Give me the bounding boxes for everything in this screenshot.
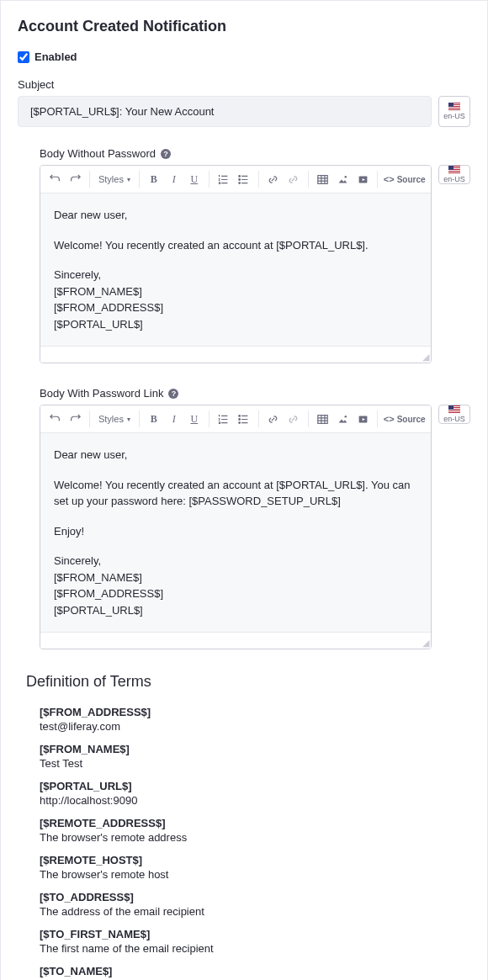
chevron-down-icon: ▾ — [127, 176, 130, 183]
resize-handle[interactable]: ◢ — [421, 352, 429, 361]
italic-button[interactable]: I — [165, 409, 183, 429]
svg-point-10 — [345, 416, 347, 417]
svg-point-0 — [239, 175, 241, 177]
toolbar-sep — [209, 411, 210, 427]
body-without-password-label: Body Without Password ? — [40, 147, 470, 160]
subject-input[interactable] — [18, 96, 432, 127]
help-icon[interactable]: ? — [161, 149, 171, 159]
styles-dropdown[interactable]: Styles ▾ — [95, 409, 134, 429]
svg-point-6 — [239, 415, 241, 416]
image-button[interactable] — [333, 169, 352, 189]
us-flag-icon — [448, 103, 460, 111]
enabled-checkbox[interactable] — [18, 51, 29, 63]
term-item: [$FROM_NAME$]Test Test — [40, 743, 470, 770]
source-button[interactable]: <> Source — [383, 409, 426, 429]
toolbar-sep — [377, 411, 378, 427]
svg-rect-3 — [318, 175, 327, 183]
toolbar-sep — [308, 171, 309, 188]
term-key: [$PORTAL_URL$] — [40, 780, 470, 792]
redo-button[interactable] — [66, 169, 84, 189]
ordered-list-button[interactable] — [215, 169, 233, 189]
image-button[interactable] — [333, 409, 352, 429]
svg-point-2 — [239, 182, 241, 183]
enabled-row: Enabled — [18, 50, 470, 63]
editor-line — [54, 224, 417, 237]
locale-button[interactable]: en-US — [438, 96, 470, 127]
bold-button[interactable]: B — [145, 409, 163, 429]
body-with-password-link-label: Body With Password Link ? — [40, 387, 470, 400]
toolbar-sep — [209, 171, 210, 188]
source-label: Source — [397, 415, 426, 424]
term-key: [$TO_FIRST_NAME$] — [40, 928, 470, 940]
unordered-list-button[interactable] — [235, 409, 253, 429]
term-item: [$TO_FIRST_NAME$]The first name of the e… — [40, 928, 470, 955]
undo-button[interactable] — [45, 169, 64, 189]
us-flag-icon — [448, 166, 460, 174]
editor-line: [$FROM_ADDRESS$] — [54, 585, 417, 602]
table-button[interactable] — [313, 409, 332, 429]
locale-button[interactable]: en-US — [438, 405, 470, 424]
term-item: [$TO_ADDRESS$]The address of the email r… — [40, 891, 470, 918]
table-button[interactable] — [313, 169, 332, 189]
editor-line: [$FROM_NAME$] — [54, 283, 417, 300]
term-item: [$PORTAL_URL$]http://localhost:9090 — [40, 780, 470, 807]
styles-dropdown[interactable]: Styles ▾ — [95, 169, 134, 189]
term-value: The first name of the email recipient — [40, 942, 470, 955]
editor-line — [54, 464, 417, 477]
terms-title: Definition of Terms — [26, 673, 470, 691]
term-value: The browser's remote host — [40, 868, 470, 881]
svg-point-1 — [239, 178, 241, 180]
editor-line — [54, 510, 417, 523]
toolbar-sep — [89, 171, 90, 188]
editor-body-2[interactable]: Dear new user, Welcome! You recently cre… — [40, 433, 431, 632]
resize-handle[interactable]: ◢ — [421, 638, 429, 647]
term-item: [$TO_NAME$]The name of the email recipie… — [40, 965, 470, 980]
underline-button[interactable]: U — [185, 169, 204, 189]
link-button[interactable] — [264, 169, 283, 189]
term-value: The browser's remote address — [40, 831, 470, 844]
editor-line: Dear new user, — [54, 207, 417, 224]
locale-code: en-US — [443, 175, 465, 183]
editor-row-2: Styles ▾ B I U — [40, 405, 470, 649]
editor-line — [54, 539, 417, 553]
help-icon[interactable]: ? — [168, 389, 178, 399]
editor-line: Dear new user, — [54, 447, 417, 464]
video-button[interactable] — [353, 169, 372, 189]
ordered-list-button[interactable] — [215, 409, 233, 429]
term-item: [$REMOTE_HOST$]The browser's remote host — [40, 854, 470, 881]
editor-body-1[interactable]: Dear new user, Welcome! You recently cre… — [40, 193, 431, 346]
styles-label: Styles — [98, 174, 124, 184]
editor-footer: ◢ — [40, 632, 431, 649]
link-button[interactable] — [264, 409, 283, 429]
redo-button[interactable] — [66, 409, 84, 429]
editor-line: [$FROM_NAME$] — [54, 569, 417, 586]
bold-button[interactable]: B — [145, 169, 163, 189]
video-button[interactable] — [353, 409, 372, 429]
subject-label: Subject — [18, 78, 470, 91]
code-icon: <> — [384, 414, 395, 424]
term-key: [$FROM_ADDRESS$] — [40, 706, 470, 718]
editor-line — [54, 253, 417, 267]
body-with-password-link-label-text: Body With Password Link — [40, 387, 163, 400]
term-key: [$REMOTE_ADDRESS$] — [40, 817, 470, 829]
body-with-password-link-section: Body With Password Link ? Styles ▾ B I U — [40, 387, 470, 649]
editor-row-1: Styles ▾ B I U — [40, 165, 470, 363]
enabled-label[interactable]: Enabled — [34, 50, 77, 63]
svg-point-4 — [345, 176, 347, 177]
unlink-button[interactable] — [284, 169, 303, 189]
subject-row: en-US — [18, 96, 470, 127]
undo-button[interactable] — [45, 409, 64, 429]
source-button[interactable]: <> Source — [383, 169, 426, 189]
editor-line: [$PORTAL_URL$] — [54, 602, 417, 619]
term-item: [$REMOTE_ADDRESS$]The browser's remote a… — [40, 817, 470, 844]
unordered-list-button[interactable] — [235, 169, 253, 189]
italic-button[interactable]: I — [165, 169, 183, 189]
locale-button[interactable]: en-US — [438, 165, 470, 184]
svg-point-8 — [239, 421, 241, 423]
body-without-password-label-text: Body Without Password — [40, 147, 156, 160]
locale-code: en-US — [443, 112, 465, 120]
editor-line: [$FROM_ADDRESS$] — [54, 299, 417, 316]
underline-button[interactable]: U — [185, 409, 204, 429]
unlink-button[interactable] — [284, 409, 303, 429]
editor-wrap-1: Styles ▾ B I U — [40, 165, 432, 363]
